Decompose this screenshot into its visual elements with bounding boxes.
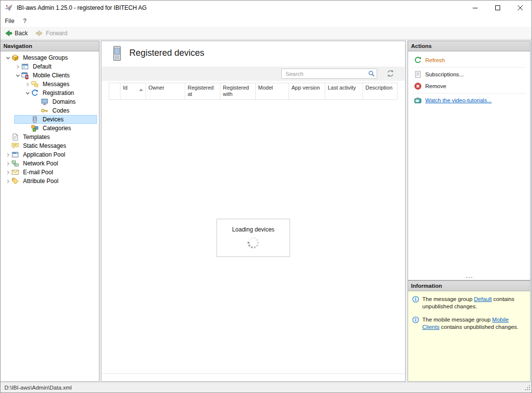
tree-item-codes[interactable]: Codes [0, 106, 99, 115]
status-file-path: D:\IBI-aws\Admin\Data.xml [4, 385, 72, 391]
info-note-text: The mobile message group Mobile Clients … [422, 316, 526, 331]
action-subscriptions[interactable]: Subscriptions... [408, 69, 530, 80]
navigation-panel: Navigation Message Groups Default Mobile… [0, 41, 99, 382]
device-icon [111, 46, 123, 63]
tree-item-label: Message Groups [22, 54, 69, 61]
chevron-right-icon[interactable] [4, 168, 11, 177]
tree-item-application-pool[interactable]: Application Pool [0, 150, 99, 159]
info-note: The message group Default contains unpub… [408, 291, 530, 312]
close-button[interactable] [509, 0, 532, 15]
action-label: Refresh [425, 57, 445, 63]
tree-item-message-groups[interactable]: Message Groups [0, 53, 99, 62]
forward-button[interactable]: Forward [32, 28, 72, 39]
tree-item-domains[interactable]: Domains [0, 97, 99, 106]
information-panel: Information The message group Default co… [408, 280, 531, 382]
mobile-group-icon [21, 71, 29, 79]
table-header-gutter [109, 83, 121, 99]
action-label: Watch the video-tutorials... [425, 97, 492, 103]
default-group-link[interactable]: Default [474, 296, 491, 302]
chevron-right-icon[interactable] [4, 150, 11, 159]
device-icon [31, 116, 39, 123]
refresh-icon [414, 56, 422, 64]
chevron-right-icon[interactable] [24, 80, 31, 89]
navigation-header: Navigation [0, 41, 99, 51]
chevron-right-icon[interactable] [4, 177, 11, 185]
panel-splitter-handle[interactable] [409, 275, 530, 279]
back-arrow-icon [4, 29, 12, 37]
back-label: Back [15, 30, 28, 37]
menu-help[interactable]: ? [19, 16, 31, 26]
domains-icon [41, 98, 48, 106]
navigation-toolbar: Back Forward [0, 27, 532, 40]
window-title: IBI-aws Admin 1.25.0 - registered for IB… [17, 4, 146, 11]
tree-item-mobile-clients[interactable]: Mobile Clients [0, 71, 99, 80]
group-icon [21, 63, 29, 70]
tree-item-label: Network Pool [22, 160, 59, 167]
main-panel: Registered devices Id Owner Registered a… [101, 41, 406, 382]
status-bar: D:\IBI-aws\Admin\Data.xml [0, 382, 532, 393]
sync-icon[interactable] [386, 69, 395, 78]
registration-icon [31, 89, 39, 97]
title-bar: IBI-aws Admin 1.25.0 - registered for IB… [0, 0, 532, 15]
tree-item-static-messages[interactable]: Static Messages [0, 141, 99, 150]
table-header-registered-with[interactable]: Registered with [220, 83, 256, 99]
tree-item-label: Mobile Clients [31, 72, 71, 79]
chevron-down-icon[interactable] [24, 89, 31, 97]
action-video-tutorials[interactable]: Watch the video-tutorials... [408, 94, 530, 106]
remove-icon [414, 82, 422, 90]
subscriptions-icon [414, 70, 422, 78]
tree-item-label: Attribute Pool [22, 178, 60, 185]
tree-item-categories[interactable]: Categories [0, 124, 99, 133]
tree-item-devices[interactable]: Devices [0, 115, 99, 124]
tree-item-label: Domains [51, 98, 77, 105]
tree-item-label: Devices [41, 116, 65, 123]
tv-icon [414, 96, 422, 104]
tree-item-label: Default [31, 63, 53, 70]
info-note: The mobile message group Mobile Clients … [408, 312, 530, 332]
navigation-tree: Message Groups Default Mobile Clients Me… [0, 51, 99, 185]
info-icon [412, 316, 419, 324]
table-header-registered-at[interactable]: Registered at [185, 83, 220, 99]
loading-panel: Loading devices [217, 219, 290, 257]
page-title: Registered devices [129, 48, 204, 58]
message-groups-icon [11, 54, 19, 62]
tree-item-email-pool[interactable]: E-mail Pool [0, 168, 99, 177]
info-note-text: The message group Default contains unpub… [422, 296, 526, 310]
tree-item-default[interactable]: Default [0, 62, 99, 71]
table-header-description[interactable]: Description [363, 83, 398, 99]
resize-grip-icon[interactable] [524, 384, 531, 392]
tree-item-network-pool[interactable]: Network Pool [0, 159, 99, 168]
minimize-button[interactable] [464, 0, 486, 15]
forward-arrow-icon [36, 29, 44, 37]
action-refresh[interactable]: Refresh [408, 54, 530, 66]
search-icon[interactable] [368, 70, 375, 77]
table-header-model[interactable]: Model [256, 83, 289, 99]
table-header-id[interactable]: Id [121, 83, 146, 99]
tree-item-attribute-pool[interactable]: Attribute Pool [0, 177, 99, 185]
loading-text: Loading devices [217, 226, 290, 233]
chevron-down-icon[interactable] [4, 53, 11, 62]
table-bottom-edge [102, 373, 405, 374]
table-header-row: Id Owner Registered at Registered with M… [109, 83, 398, 100]
back-button[interactable]: Back [0, 28, 32, 39]
categories-icon [31, 124, 39, 132]
information-header: Information [408, 281, 530, 291]
chevron-right-icon[interactable] [4, 159, 11, 168]
menu-bar: File ? [0, 15, 532, 27]
table-header-owner[interactable]: Owner [146, 83, 185, 99]
table-header-app-version[interactable]: App version [289, 83, 325, 99]
chevron-down-icon[interactable] [14, 71, 21, 80]
application-pool-icon [11, 151, 19, 159]
action-remove[interactable]: Remove [408, 80, 530, 92]
chevron-right-icon[interactable] [14, 62, 21, 71]
maximize-button[interactable] [486, 0, 509, 15]
search-input[interactable] [281, 69, 377, 79]
forward-label: Forward [46, 30, 68, 37]
templates-icon [11, 133, 19, 141]
table-header-last-activity[interactable]: Last activity [325, 83, 363, 99]
tree-item-templates[interactable]: Templates [0, 133, 99, 141]
menu-file[interactable]: File [0, 16, 19, 26]
tree-item-registration[interactable]: Registration [0, 89, 99, 97]
tree-item-messages[interactable]: Messages [0, 80, 99, 89]
key-icon [41, 107, 48, 115]
